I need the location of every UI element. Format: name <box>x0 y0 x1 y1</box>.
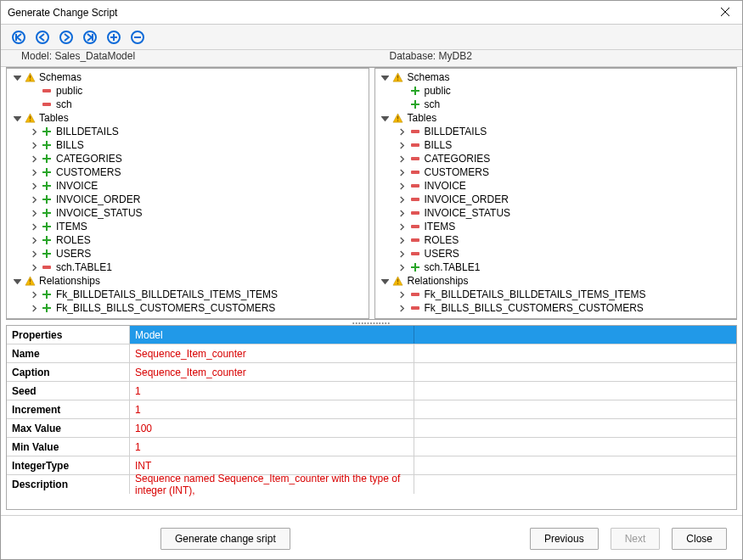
plus-icon <box>41 249 53 259</box>
tree-node-label: sch.TABLE1 <box>56 261 112 273</box>
database-tree[interactable]: SchemaspublicschTablesBILLDETAILSBILLSCA… <box>374 68 738 319</box>
tree-node[interactable]: USERS <box>375 247 737 260</box>
tree-node[interactable]: INVOICE <box>7 179 369 193</box>
tree-node[interactable]: Fk_BILLDETAILS_BILLDETAILS_ITEMS_ITEMS <box>7 288 369 301</box>
minus-icon <box>409 237 421 244</box>
chevron-right-icon[interactable] <box>29 262 39 272</box>
previous-button[interactable]: Previous <box>530 528 599 550</box>
chevron-down-icon[interactable] <box>380 276 391 286</box>
tree-node[interactable]: sch <box>375 98 737 111</box>
chevron-right-icon[interactable] <box>29 208 39 218</box>
properties-grid[interactable]: Properties Model NameSequence_Item_count… <box>6 325 737 510</box>
tree-node[interactable]: INVOICE_STATUS <box>7 206 369 220</box>
chevron-right-icon[interactable] <box>29 194 39 204</box>
chevron-right-icon[interactable] <box>29 167 39 177</box>
chevron-right-icon[interactable] <box>29 289 39 300</box>
property-db-value <box>414 456 736 474</box>
tree-node[interactable]: Schemas <box>7 70 369 84</box>
generate-button[interactable]: Generate change sript <box>160 528 290 550</box>
property-model-value: INT <box>130 456 414 474</box>
property-model-value: Sequence_Item_counter <box>130 363 414 381</box>
svg-rect-68 <box>411 293 419 296</box>
tree-node[interactable]: sch.TABLE1 <box>7 260 369 274</box>
tree-node[interactable]: Schemas <box>375 70 737 84</box>
tree-node-label: public <box>56 85 82 97</box>
chevron-right-icon[interactable] <box>397 181 408 191</box>
chevron-right-icon[interactable] <box>397 303 408 313</box>
chevron-right-icon[interactable] <box>397 194 408 204</box>
tree-node[interactable]: Tables <box>375 111 737 125</box>
svg-rect-18 <box>29 115 30 119</box>
tree-node[interactable]: Fk_BILLS_BILLS_CUSTOMERS_CUSTOMERS <box>375 301 737 315</box>
chevron-down-icon[interactable] <box>12 72 22 82</box>
chevron-right-icon[interactable] <box>29 235 39 245</box>
chevron-down-icon[interactable] <box>12 276 22 286</box>
tree-node[interactable]: BILLS <box>375 138 737 152</box>
tree-node[interactable]: Relationships <box>375 274 737 288</box>
tree-node[interactable]: Fk_BILLS_BILLS_CUSTOMERS_CUSTOMERS <box>7 301 369 315</box>
first-icon[interactable] <box>11 30 26 45</box>
chevron-right-icon[interactable] <box>29 181 39 191</box>
tree-node[interactable]: BILLS <box>7 138 369 152</box>
chevron-right-icon[interactable] <box>397 208 408 218</box>
tree-node[interactable]: ITEMS <box>375 220 737 233</box>
close-button[interactable]: Close <box>672 528 727 550</box>
chevron-right-icon[interactable] <box>397 249 408 259</box>
tree-node[interactable]: Tables <box>7 111 369 125</box>
chevron-right-icon[interactable] <box>397 262 408 272</box>
tree-node[interactable]: sch <box>7 98 369 111</box>
tree-node[interactable]: INVOICE <box>375 179 737 193</box>
chevron-right-icon[interactable] <box>29 140 39 150</box>
chevron-right-icon[interactable] <box>29 221 39 232</box>
tree-node[interactable]: CATEGORIES <box>7 152 369 165</box>
tree-node[interactable]: INVOICE_ORDER <box>7 193 369 206</box>
tree-node[interactable]: Fk_BILLDETAILS_BILLDETAILS_ITEMS_ITEMS <box>375 288 737 301</box>
tree-node[interactable]: CATEGORIES <box>375 152 737 165</box>
add-icon[interactable] <box>106 30 121 45</box>
chevron-right-icon[interactable] <box>397 221 408 232</box>
remove-icon[interactable] <box>130 30 145 45</box>
chevron-right-icon[interactable] <box>29 126 39 137</box>
tree-node[interactable]: INVOICE_ORDER <box>375 193 737 206</box>
chevron-right-icon[interactable] <box>29 154 39 164</box>
tree-node-label: Relationships <box>408 275 469 287</box>
chevron-right-icon[interactable] <box>397 289 408 300</box>
tree-node[interactable]: ROLES <box>375 233 737 247</box>
tree-node[interactable]: Relationships <box>7 274 369 288</box>
tree-node[interactable]: public <box>375 84 737 98</box>
tree-node[interactable]: public <box>7 84 369 98</box>
tree-node[interactable]: USERS <box>7 247 369 260</box>
chevron-right-icon[interactable] <box>397 154 408 164</box>
property-model-value: 1 <box>130 382 414 400</box>
chevron-down-icon[interactable] <box>12 113 22 123</box>
last-icon[interactable] <box>82 30 98 45</box>
next-icon[interactable] <box>59 30 74 45</box>
plus-icon <box>409 86 421 96</box>
chevron-right-icon[interactable] <box>397 167 408 177</box>
chevron-down-icon[interactable] <box>380 72 391 82</box>
chevron-none <box>29 86 39 96</box>
db-column-header <box>414 326 736 344</box>
property-name: Description <box>7 475 130 494</box>
tree-node[interactable]: CUSTOMERS <box>7 165 369 179</box>
chevron-right-icon[interactable] <box>397 126 408 137</box>
property-model-value: 1 <box>130 438 414 456</box>
tree-node-label: Tables <box>408 112 437 124</box>
tree-node[interactable]: BILLDETAILS <box>7 125 369 138</box>
tree-node[interactable]: BILLDETAILS <box>375 125 737 138</box>
prev-icon[interactable] <box>35 30 50 45</box>
tree-node[interactable]: ROLES <box>7 233 369 247</box>
chevron-right-icon[interactable] <box>397 235 408 245</box>
tree-node[interactable]: sch.TABLE1 <box>375 260 737 274</box>
model-tree[interactable]: SchemaspublicschTablesBILLDETAILSBILLSCA… <box>6 68 369 319</box>
warn-icon <box>392 276 404 287</box>
tree-node[interactable]: INVOICE_STATUS <box>375 206 737 220</box>
chevron-right-icon[interactable] <box>29 303 39 313</box>
close-icon[interactable] <box>715 3 735 23</box>
chevron-down-icon[interactable] <box>380 113 391 123</box>
chevron-right-icon[interactable] <box>397 140 408 150</box>
tree-node[interactable]: ITEMS <box>7 220 369 233</box>
property-name: IntegerType <box>7 456 130 474</box>
tree-node[interactable]: CUSTOMERS <box>375 165 737 179</box>
chevron-right-icon[interactable] <box>29 249 39 259</box>
